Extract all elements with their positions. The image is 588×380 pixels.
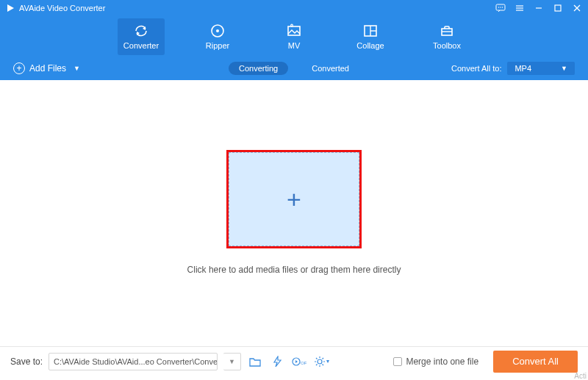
- svg-rect-16: [288, 26, 300, 35]
- tab-converting[interactable]: Converting: [229, 62, 288, 75]
- window-buttons: [495, 3, 582, 13]
- image-icon: [287, 24, 301, 38]
- menu-icon[interactable]: [514, 3, 525, 13]
- app-logo-icon: [6, 4, 15, 12]
- svg-line-33: [322, 364, 323, 365]
- save-path-field[interactable]: C:\AVAide Studio\AVAid...eo Converter\Co…: [49, 353, 218, 370]
- plus-icon: +: [287, 187, 301, 212]
- nav-label: Toolbox: [433, 41, 461, 50]
- chevron-down-icon: ▼: [74, 65, 80, 72]
- collage-icon: [363, 24, 378, 38]
- merge-label: Merge into one file: [406, 356, 478, 367]
- tab-converted[interactable]: Converted: [301, 62, 359, 75]
- dropzone-message: Click here to add media files or drag th…: [187, 265, 401, 275]
- disc-icon: [210, 24, 225, 38]
- footer-bar: Save to: C:\AVAide Studio\AVAid...eo Con…: [0, 346, 588, 376]
- main-nav: Converter Ripper MV Collage Toolbox: [0, 16, 588, 57]
- svg-marker-23: [274, 356, 281, 367]
- checkbox-icon: [393, 357, 402, 366]
- settings-gear-icon[interactable]: ▾: [313, 354, 329, 370]
- app-title: AVAide Video Converter: [19, 4, 495, 12]
- convert-all-to: Convert All to: MP4 ▼: [451, 62, 575, 75]
- svg-point-2: [498, 7, 499, 7]
- add-media-dropzone[interactable]: +: [229, 152, 359, 246]
- toolbox-icon: [440, 24, 454, 38]
- add-files-button[interactable]: + Add Files ▼: [13, 62, 80, 74]
- convert-all-to-label: Convert All to:: [451, 64, 501, 73]
- minimize-icon[interactable]: [534, 3, 544, 13]
- svg-point-15: [216, 29, 219, 32]
- gpu-accel-icon[interactable]: [269, 354, 285, 370]
- convert-all-button[interactable]: Convert All: [493, 351, 578, 373]
- high-speed-off-icon[interactable]: OFF: [291, 354, 307, 370]
- svg-point-17: [291, 24, 293, 26]
- maximize-icon[interactable]: [553, 3, 563, 13]
- title-bar: AVAide Video Converter: [0, 0, 588, 16]
- nav-ripper[interactable]: Ripper: [194, 18, 241, 55]
- nav-label: Collage: [356, 41, 384, 50]
- svg-text:OFF: OFF: [301, 361, 306, 365]
- status-tabs: Converting Converted: [229, 62, 359, 75]
- chevron-down-icon: ▼: [561, 65, 567, 72]
- dropzone-highlight: +: [226, 150, 362, 248]
- svg-line-32: [316, 358, 318, 359]
- merge-into-one-file[interactable]: Merge into one file: [393, 356, 478, 367]
- watermark-text: Acti: [574, 372, 587, 380]
- sub-bar: + Add Files ▼ Converting Converted Conve…: [0, 57, 588, 80]
- svg-line-35: [316, 364, 318, 365]
- plus-circle-icon: +: [13, 62, 25, 74]
- format-value: MP4: [514, 64, 531, 73]
- svg-marker-0: [7, 4, 14, 12]
- save-path-dropdown[interactable]: ▼: [223, 353, 241, 370]
- nav-label: MV: [288, 41, 301, 50]
- convert-icon: [134, 24, 148, 38]
- add-files-label: Add Files: [29, 63, 66, 74]
- nav-label: Ripper: [206, 41, 229, 50]
- nav-mv[interactable]: MV: [270, 18, 318, 55]
- svg-point-3: [500, 7, 501, 7]
- svg-rect-9: [555, 5, 561, 11]
- main-content: + Click here to add media files or drag …: [0, 80, 588, 345]
- nav-label: Converter: [123, 41, 159, 50]
- svg-point-27: [318, 359, 322, 364]
- nav-collage[interactable]: Collage: [347, 18, 394, 55]
- svg-point-4: [502, 7, 503, 7]
- close-icon[interactable]: [572, 3, 582, 13]
- open-folder-icon[interactable]: [247, 354, 263, 370]
- feedback-icon[interactable]: [495, 3, 506, 13]
- nav-converter[interactable]: Converter: [118, 18, 165, 55]
- save-to-label: Save to:: [10, 356, 43, 367]
- nav-toolbox[interactable]: Toolbox: [423, 18, 470, 55]
- svg-marker-25: [295, 360, 298, 363]
- output-format-select[interactable]: MP4 ▼: [507, 62, 575, 75]
- chevron-down-icon: ▾: [326, 358, 329, 365]
- svg-line-34: [322, 358, 323, 359]
